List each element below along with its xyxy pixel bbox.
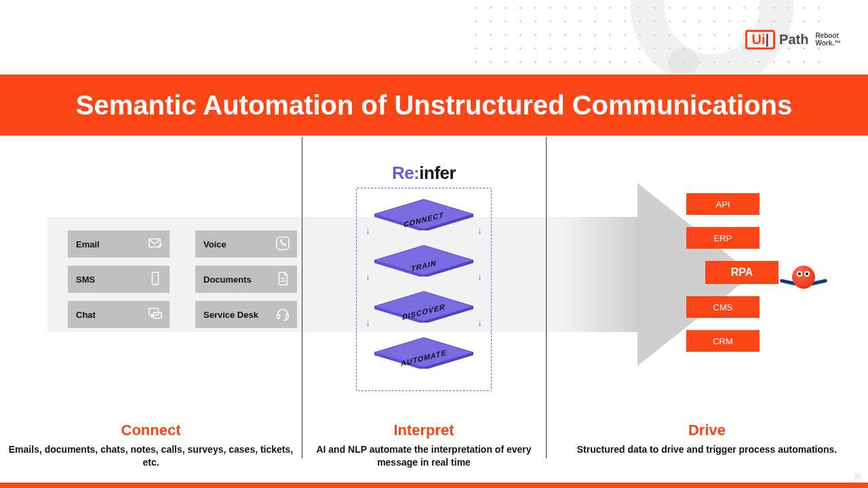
flow-down-icon: ↓ [366,317,370,328]
svg-marker-11 [374,245,473,275]
logo-ui: Ui [751,32,765,47]
headset-icon [275,306,290,323]
connect-pill-sms: SMS [68,266,170,293]
layer-train: TRAIN ↓ ↓ [370,244,478,283]
flow-down-icon: ↓ [477,271,482,282]
caption-drive: Drive Structured data to drive and trigg… [546,422,868,469]
uipath-logo: Ui| Path Reboot Work.™ [745,30,841,49]
target-label: API [716,199,730,209]
pill-label: Voice [203,239,226,249]
uipath-logo-mark: Ui| [745,30,775,49]
caption-heading: Interpret [302,422,546,439]
target-cms: CMS [686,296,760,318]
caption-connect: Connect Emails, documents, chats, notes,… [0,422,302,469]
phone-icon [275,236,290,253]
flow-down-icon: ↓ [366,225,370,236]
layer-discover: DISCOVER ↓ ↓ [370,290,478,329]
caption-text: AI and NLP automate the interpretation o… [302,443,546,469]
captions-row: Connect Emails, documents, chats, notes,… [0,422,868,469]
target-label: CRM [713,336,733,346]
tagline-line2: Work.™ [815,39,841,47]
caption-text: Structured data to drive and trigger pro… [546,443,868,456]
pill-label: Chat [76,310,96,320]
svg-marker-8 [374,199,473,229]
layer-stack: CONNECT ↓ ↓ TRAIN ↓ ↓ DISCOVER ↓ ↓ AUTOM… [356,188,492,391]
flow-down-icon: ↓ [366,271,370,282]
page-marker [854,473,861,480]
connect-pill-documents: Documents [195,266,297,293]
interpret-block: Re:infer CONNECT ↓ ↓ TRAIN ↓ ↓ DISCOVER … [353,163,495,391]
connect-pill-email: Email [68,230,170,258]
target-erp: ERP [686,227,760,249]
svg-rect-7 [286,314,289,318]
mobile-icon [148,271,163,288]
target-rpa: RPA [705,261,778,284]
reinfer-logo-infer: infer [419,163,456,183]
caption-heading: Drive [546,422,868,439]
caption-heading: Connect [0,422,302,439]
mail-icon [148,236,163,253]
connect-pill-service-desk: Service Desk [195,301,297,328]
tagline-line1: Reboot [815,32,838,39]
flow-down-icon: ↓ [477,225,482,236]
svg-rect-6 [277,314,280,318]
document-icon [275,271,290,288]
logo-path-text: Path [779,32,808,47]
svg-marker-17 [374,338,473,367]
target-label: RPA [731,266,753,279]
pill-label: Email [76,239,100,249]
logo-tagline: Reboot Work.™ [815,33,841,47]
chat-icon [148,306,163,323]
footer-bar [0,483,868,488]
layer-automate: AUTOMATE [370,336,478,375]
caption-interpret: Interpret AI and NLP automate the interp… [302,422,546,469]
flow-down-icon: ↓ [477,317,482,328]
reinfer-logo: Re:infer [353,163,495,184]
svg-marker-14 [374,291,473,321]
pill-label: SMS [76,274,95,285]
connect-grid: Email Voice SMS Documents Chat Service D… [68,230,297,328]
target-api: API [686,193,760,215]
svg-point-3 [155,282,156,283]
drive-targets: API ERP RPA CMS CRM [686,193,778,352]
page-title: Semantic Automation of Unstructured Comm… [76,90,792,121]
diagram-stage: Email Voice SMS Documents Chat Service D… [0,136,868,483]
robot-mascot-icon [792,266,815,289]
pill-label: Service Desk [203,310,258,320]
pill-label: Documents [203,274,252,285]
target-crm: CRM [686,330,760,352]
title-bar: Semantic Automation of Unstructured Comm… [0,75,868,136]
bg-circle-small [669,47,698,77]
caption-text: Emails, documents, chats, notes, calls, … [0,443,302,469]
reinfer-logo-re: Re: [392,163,419,183]
connect-pill-voice: Voice [195,230,297,258]
connect-pill-chat: Chat [68,301,170,328]
target-label: CMS [713,302,733,312]
target-label: ERP [714,233,732,243]
divider-left [302,137,302,458]
layer-connect: CONNECT ↓ ↓ [370,198,478,237]
divider-right [546,137,547,458]
